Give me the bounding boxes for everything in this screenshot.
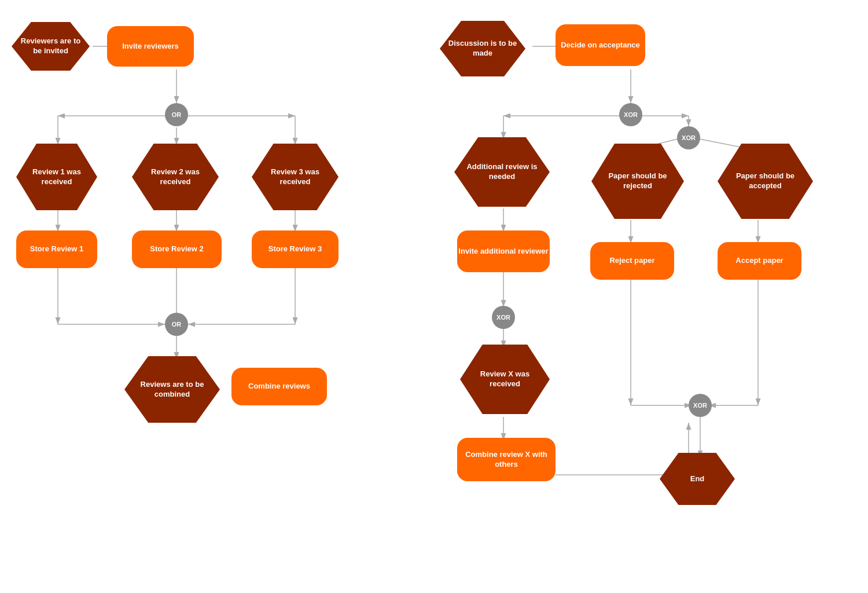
diagram-container: Reviewers are to be invited Invite revie…: [0, 0, 868, 593]
store-review3-rect: Store Review 3: [252, 230, 339, 268]
accept-paper-rect: Accept paper: [718, 242, 801, 280]
or-gate-top: OR: [165, 103, 188, 126]
invite-additional-rect: Invite additional reviewer: [457, 230, 550, 272]
combine-reviews-rect: Combine reviews: [231, 368, 327, 405]
paper-accepted-hex: Paper should be accepted: [718, 144, 813, 219]
reviews-combined-hex: Reviews are to be combined: [124, 356, 220, 423]
store-review1-rect: Store Review 1: [16, 230, 97, 268]
combine-x-rect: Combine review X with others: [457, 438, 556, 481]
reject-paper-rect: Reject paper: [590, 242, 674, 280]
review1-hex: Review 1 was received: [16, 144, 97, 210]
decide-acceptance-rect: Decide on acceptance: [556, 24, 645, 66]
store-review2-rect: Store Review 2: [132, 230, 222, 268]
xor-gate-bottom: XOR: [689, 394, 712, 417]
end-hex: End: [660, 453, 735, 505]
review2-hex: Review 2 was received: [132, 144, 219, 210]
invite-reviewers-rect: Invite reviewers: [107, 26, 194, 67]
xor-gate-inv: XOR: [492, 306, 515, 329]
reviewx-hex: Review X was received: [460, 345, 550, 414]
paper-rejected-hex: Paper should be rejected: [591, 144, 684, 219]
reviewers-invited-hex: Reviewers are to be invited: [12, 22, 90, 71]
review3-hex: Review 3 was received: [252, 144, 339, 210]
arrows-svg: [0, 0, 868, 593]
xor-gate-top: XOR: [619, 103, 642, 126]
additional-review-hex: Additional review is needed: [454, 137, 550, 207]
discussion-hex: Discussion is to be made: [440, 21, 525, 76]
or-gate-bottom: OR: [165, 313, 188, 336]
